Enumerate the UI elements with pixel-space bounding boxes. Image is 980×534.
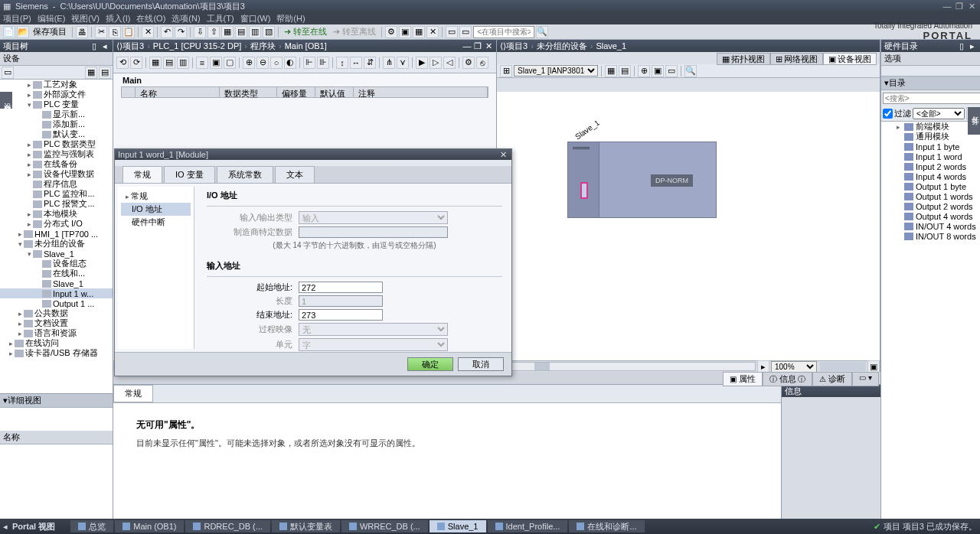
dialog-tab-sysconst[interactable]: 系统常数: [217, 166, 273, 183]
sb-tab[interactable]: RDREC_DB (...: [185, 520, 270, 532]
catalog-item[interactable]: IN/OUT 8 words: [881, 231, 980, 241]
new-icon[interactable]: 📄: [3, 26, 15, 38]
menu-item[interactable]: 在线(O): [136, 13, 165, 24]
max-icon[interactable]: ❐: [473, 41, 482, 51]
dev-btn[interactable]: ▣: [652, 65, 664, 77]
dialog-close-icon[interactable]: ✕: [498, 150, 508, 160]
tool-icon[interactable]: ▣: [399, 26, 411, 38]
menu-item[interactable]: 工具(T): [207, 13, 234, 24]
catalog-item[interactable]: Input 1 word: [881, 151, 980, 161]
dialog-title-bar[interactable]: Input 1 word_1 [Module] ✕: [115, 149, 511, 160]
device-select[interactable]: Slave_1 [IANP3801-PB0]: [514, 65, 598, 77]
redo-icon[interactable]: ↷: [175, 26, 187, 38]
catalog-item[interactable]: Output 1 byte: [881, 181, 980, 191]
tool-icon[interactable]: ▭: [459, 26, 472, 38]
ed-btn[interactable]: ▥: [177, 57, 189, 69]
start-address-input[interactable]: [299, 282, 383, 293]
tool-icon[interactable]: ▦: [221, 26, 234, 38]
catalog-item[interactable]: Output 2 words: [881, 201, 980, 211]
undo-icon[interactable]: ↶: [161, 26, 173, 38]
code-editor[interactable]: Main 名称 数据类型 偏移量 默认值 注释 Input 1 word_1 […: [113, 73, 496, 360]
ed-btn[interactable]: ▷: [430, 57, 442, 69]
sb-tab[interactable]: Main (OB1): [115, 520, 184, 532]
collapse-icon[interactable]: ▯: [90, 41, 99, 51]
nav-icon[interactable]: ⟨⟩: [116, 41, 122, 51]
tab-collapse[interactable]: ▭ ▾: [852, 372, 879, 386]
tree-row[interactable]: ▸读卡器/USB 存储器: [0, 348, 113, 358]
cancel-button[interactable]: 取消: [458, 357, 504, 371]
tool-icon[interactable]: ▧: [263, 26, 275, 38]
dialog-tab-general[interactable]: 常规: [122, 166, 162, 183]
ed-btn[interactable]: ◁: [443, 57, 456, 69]
filter-checkbox[interactable]: [883, 109, 893, 119]
device-canvas[interactable]: Slave_1 DP-NORM: [497, 92, 880, 360]
options-header[interactable]: 选项: [881, 52, 980, 66]
module-slot[interactable]: [580, 182, 588, 199]
zoom-select[interactable]: 100%: [771, 361, 817, 373]
tab-device[interactable]: ▣设备视图: [823, 53, 877, 65]
catalog-list[interactable]: ▸前端模块通用模块Input 1 byteInput 1 wordInput 2…: [881, 122, 980, 519]
ed-btn[interactable]: ◐: [284, 57, 296, 69]
collapse-icon[interactable]: ▯: [957, 41, 966, 51]
tree-row[interactable]: 在线和...: [0, 269, 113, 278]
dialog-tab-text[interactable]: 文本: [275, 166, 315, 183]
open-icon[interactable]: 📂: [17, 26, 29, 38]
detail-header[interactable]: ▾ 详细视图: [0, 394, 113, 408]
min-icon[interactable]: —: [462, 41, 472, 51]
h-scrollbar[interactable]: [511, 362, 756, 371]
tree-row[interactable]: Slave_1: [0, 278, 113, 288]
filter-select[interactable]: <全部>: [913, 108, 965, 119]
download-icon[interactable]: ⇩: [194, 26, 206, 38]
tab-properties[interactable]: ▣ 属性: [723, 372, 763, 386]
cut-icon[interactable]: ✂: [95, 26, 107, 38]
save-button[interactable]: 保存项目: [31, 26, 69, 37]
ed-btn[interactable]: ⇵: [364, 57, 376, 69]
tree-row[interactable]: ▸分布式 I/O: [0, 219, 113, 229]
dialog-nav-general[interactable]: ▸常规: [121, 190, 191, 203]
tab-network[interactable]: ⊞网络视图: [770, 53, 823, 65]
menu-item[interactable]: 项目(P): [3, 13, 31, 24]
device-tab[interactable]: 设备: [0, 52, 113, 66]
cancel-icon[interactable]: ✕: [426, 26, 439, 38]
dialog-nav-hw-irq[interactable]: 硬件中断: [121, 216, 191, 229]
paste-icon[interactable]: 📋: [122, 26, 135, 38]
ed-btn[interactable]: ⊕: [243, 57, 255, 69]
min-button[interactable]: —: [942, 2, 952, 11]
catalog-item[interactable]: Input 1 byte: [881, 142, 980, 151]
tool-icon[interactable]: ▤: [235, 26, 247, 38]
pin-icon[interactable]: ▸: [968, 41, 977, 51]
tab-topology[interactable]: ▦拓扑视图: [717, 53, 770, 65]
close-icon[interactable]: ✕: [484, 41, 493, 51]
tree-row[interactable]: ▾未分组的设备: [0, 239, 113, 249]
sb-tab[interactable]: Ident_Profile...: [488, 520, 568, 532]
dialog-nav-io-address[interactable]: I/O 地址: [121, 203, 191, 216]
ed-btn[interactable]: ⊩: [303, 57, 315, 69]
ed-btn[interactable]: ▤: [163, 57, 175, 69]
tree-btn[interactable]: ▭: [2, 67, 14, 79]
max-button[interactable]: ❐: [954, 2, 965, 11]
sb-tab[interactable]: WRREC_DB (...: [341, 520, 428, 532]
sb-tab[interactable]: 在线和诊断...: [569, 520, 644, 532]
menu-item[interactable]: 选项(N): [172, 13, 200, 24]
tree-btn[interactable]: ▤: [99, 67, 111, 79]
menu-item[interactable]: 帮助(H): [276, 13, 305, 24]
ed-btn[interactable]: ▦: [149, 57, 162, 69]
dev-btn[interactable]: ⊞: [500, 65, 512, 77]
end-address-input[interactable]: [299, 309, 383, 321]
zoom-fit-icon[interactable]: 🔍: [684, 65, 697, 77]
project-search-input[interactable]: [473, 26, 534, 38]
go-offline-button[interactable]: ➜ 转至离线: [331, 26, 378, 37]
ed-btn[interactable]: ▶: [416, 57, 428, 69]
ed-btn[interactable]: ⋔: [383, 57, 395, 69]
pin-icon[interactable]: ◂: [100, 41, 109, 51]
search-icon[interactable]: 🔍: [536, 26, 548, 38]
ed-btn[interactable]: ⚙: [462, 57, 475, 69]
sb-tab[interactable]: 总览: [70, 520, 113, 532]
catalog-item[interactable]: 通用模块: [881, 132, 980, 142]
catalog-item[interactable]: Output 4 words: [881, 211, 980, 221]
ed-btn[interactable]: ⊪: [317, 57, 329, 69]
copy-icon[interactable]: ⎘: [109, 26, 121, 38]
dev-btn[interactable]: ▤: [619, 65, 631, 77]
sb-tab[interactable]: Slave_1: [430, 520, 486, 532]
menu-item[interactable]: 视图(V): [71, 13, 100, 24]
